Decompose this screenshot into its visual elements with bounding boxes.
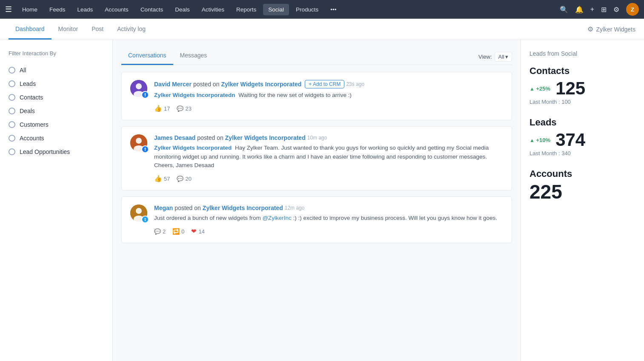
post-on-1: posted on — [193, 81, 220, 88]
post-on-2: posted on — [197, 134, 223, 141]
post-on-3: posted on — [175, 205, 201, 211]
comment-button-3[interactable]: 💬 2 — [154, 228, 166, 235]
post-mention-2[interactable]: Zylker Widgets Incorporated — [154, 145, 232, 151]
filter-label-leads: Leads — [20, 80, 36, 87]
search-icon[interactable]: 🔍 — [560, 6, 568, 14]
post-author-2[interactable]: James Desaad — [154, 134, 195, 141]
post-author-line-2: James Desaad posted on Zylker Widgets In… — [154, 134, 503, 141]
nav-item-feeds[interactable]: Feeds — [44, 4, 71, 15]
filter-item-leads[interactable]: Leads — [9, 77, 104, 91]
settings-icon[interactable]: ⚙ — [613, 6, 619, 14]
view-all-button[interactable]: All ▾ — [495, 52, 512, 62]
hamburger-menu-icon[interactable]: ☰ — [5, 5, 12, 14]
like-icon-1: 👍 — [154, 105, 162, 112]
radio-customers[interactable] — [9, 121, 15, 128]
filter-item-customers[interactable]: Customers — [9, 118, 104, 131]
filter-label-accounts: Accounts — [20, 135, 44, 142]
heart-button-3[interactable]: ❤ 14 — [191, 227, 204, 235]
rp-section-accounts: Accounts 225 — [530, 168, 635, 203]
conversations-tabs: Conversations Messages View: All ▾ — [121, 48, 512, 65]
filter-label-all: All — [20, 67, 26, 74]
nav-item-home[interactable]: Home — [17, 4, 43, 15]
svg-point-7 — [136, 208, 142, 214]
rp-leads-row: ▲ +10% 374 — [530, 130, 635, 150]
post-author-3[interactable]: Megan — [154, 205, 173, 211]
nav-item-more[interactable]: ••• — [325, 4, 341, 15]
like-button-1[interactable]: 👍 17 — [154, 105, 170, 112]
at-mention-3[interactable]: @ZylkerInc — [262, 215, 291, 221]
tab-dashboard[interactable]: Dashboard — [9, 20, 52, 40]
rp-leads-title: Leads — [530, 117, 635, 128]
gear-icon[interactable]: ⚙ — [587, 25, 593, 33]
add-to-crm-button-1[interactable]: + Add to CRM — [305, 80, 344, 88]
nav-item-products[interactable]: Products — [291, 4, 323, 15]
post-author-1[interactable]: David Mercer — [154, 81, 192, 88]
like-count-2: 57 — [164, 176, 170, 182]
bell-icon[interactable]: 🔔 — [575, 6, 584, 14]
radio-accounts[interactable] — [9, 135, 15, 142]
tab-activity-log[interactable]: Activity log — [110, 20, 152, 40]
radio-leads[interactable] — [9, 80, 15, 87]
post-actions-2: 👍 57 💬 20 — [154, 175, 503, 182]
radio-lead-opportunities[interactable] — [9, 148, 15, 155]
avatar[interactable]: Z — [626, 3, 639, 16]
nav-item-contacts[interactable]: Contacts — [135, 4, 168, 15]
radio-all[interactable] — [9, 67, 15, 74]
post-card-3: t Megan posted on Zylker Widgets Incorpo… — [121, 196, 512, 243]
retweet-button-3[interactable]: 🔁 0 — [172, 228, 184, 235]
rp-contacts-value: 125 — [555, 78, 585, 99]
nav-item-leads[interactable]: Leads — [72, 4, 98, 15]
heart-count-3: 14 — [198, 228, 204, 235]
post-author-line-1: David Mercer posted on Zylker Widgets In… — [154, 80, 503, 88]
filter-item-contacts[interactable]: Contacts — [9, 91, 104, 104]
tab-post[interactable]: Post — [85, 20, 110, 40]
post-avatar-2: f — [130, 134, 149, 153]
comment-count-1: 23 — [185, 105, 191, 112]
rp-leads-pct: +10% — [536, 137, 551, 143]
tab-monitor[interactable]: Monitor — [52, 20, 85, 40]
rp-contacts-pct: +25% — [536, 85, 551, 92]
post-header-2: f James Desaad posted on Zylker Widgets … — [130, 134, 503, 182]
nav-item-social[interactable]: Social — [263, 4, 289, 15]
nav-item-reports[interactable]: Reports — [231, 4, 261, 15]
company-name: Zylker Widgets — [596, 26, 635, 33]
plus-icon[interactable]: + — [590, 6, 594, 13]
rp-contacts-change: ▲ +25% — [530, 85, 550, 92]
post-time-3: 12m ago — [285, 205, 305, 211]
nav-item-deals[interactable]: Deals — [170, 4, 195, 15]
post-text-1: Zylker Widgets Incorporatedn Waiting for… — [154, 91, 503, 99]
comment-button-2[interactable]: 💬 20 — [177, 176, 191, 182]
post-author-line-3: Megan posted on Zylker Widgets Incorpora… — [154, 205, 503, 211]
tab-messages[interactable]: Messages — [173, 48, 214, 65]
sidebar: Filter Interaction By All Leads Contacts… — [0, 40, 113, 361]
nav-item-activities[interactable]: Activities — [197, 4, 229, 15]
facebook-badge: f — [141, 91, 149, 99]
like-button-2[interactable]: 👍 57 — [154, 175, 170, 182]
rp-contacts-last-month: Last Month : 100 — [530, 99, 635, 105]
filter-item-accounts[interactable]: Accounts — [9, 131, 104, 145]
post-page-2[interactable]: Zylker Widgets Incorporated — [225, 134, 306, 141]
top-nav-right-actions: 🔍 🔔 + ⊞ ⚙ Z — [560, 3, 639, 16]
post-page-3[interactable]: Zylker Widgets Incorporated — [203, 205, 283, 211]
post-actions-1: 👍 17 💬 23 — [154, 105, 503, 112]
post-text-2: Zylker Widgets Incorporated Hay Zylker T… — [154, 144, 503, 170]
filter-item-all[interactable]: All — [9, 63, 104, 77]
radio-deals[interactable] — [9, 108, 15, 114]
comment-button-1[interactable]: 💬 23 — [177, 105, 191, 112]
rp-leads-value: 374 — [555, 130, 585, 150]
retweet-icon-3: 🔁 — [172, 228, 180, 235]
comment-count-2: 20 — [185, 176, 191, 182]
nav-item-accounts[interactable]: Accounts — [100, 4, 134, 15]
heart-icon-3: ❤ — [191, 227, 197, 235]
radio-contacts[interactable] — [9, 94, 15, 101]
grid-icon[interactable]: ⊞ — [601, 6, 607, 14]
post-mention-1[interactable]: Zylker Widgets Incorporatedn — [154, 92, 235, 98]
post-page-1[interactable]: Zylker Widgets Incorporated — [221, 81, 301, 88]
filter-item-lead-opportunities[interactable]: Lead Opportunities — [9, 145, 104, 159]
tab-conversations[interactable]: Conversations — [121, 48, 173, 65]
post-actions-3: 💬 2 🔁 0 ❤ 14 — [154, 227, 503, 235]
filter-label-lead-opportunities: Lead Opportunities — [20, 148, 70, 155]
filter-item-deals[interactable]: Deals — [9, 104, 104, 118]
main-layout: Filter Interaction By All Leads Contacts… — [0, 40, 644, 361]
view-label: View: — [478, 54, 492, 60]
